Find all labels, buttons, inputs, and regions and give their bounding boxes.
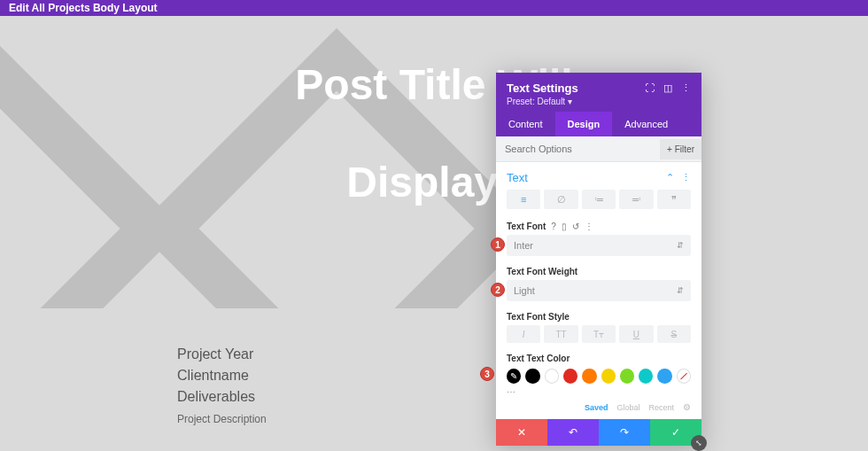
palette-tabs: Saved Global Recent ⚙ — [496, 400, 701, 419]
settings-panel: Text Settings ⛶ ◫ ⋮ Preset: Default ▾ Co… — [496, 73, 701, 446]
align-row: ≡ ∅ ≔ ≕ ❞ — [496, 190, 701, 216]
select-caret-icon: ⇵ — [677, 241, 684, 250]
hero: Post Title Will Display l — [0, 16, 868, 308]
tab-content[interactable]: Content — [496, 112, 555, 136]
search-row: +Filter — [496, 136, 701, 162]
expand-icon[interactable]: ⛶ — [645, 82, 655, 94]
top-bar: Edit All Projects Body Layout — [0, 0, 868, 16]
font-value: Inter — [514, 240, 533, 251]
callout-badge-2: 2 — [491, 283, 505, 297]
help-icon[interactable]: ? — [551, 222, 556, 231]
tab-advanced[interactable]: Advanced — [612, 112, 680, 136]
panel-header: Text Settings ⛶ ◫ ⋮ Preset: Default ▾ — [496, 73, 701, 112]
panel-title: Text Settings — [507, 82, 578, 95]
link-icon[interactable]: ∅ — [544, 190, 577, 209]
palette-more-icon[interactable]: ⋯ — [496, 387, 701, 400]
style-label: Text Font Style — [507, 312, 570, 322]
color-label: Text Text Color — [507, 354, 570, 363]
font-label-row: Text Font ? ▯ ↺ ⋮ — [496, 216, 701, 235]
more-icon[interactable]: ⋮ — [681, 82, 691, 94]
list-ul-icon[interactable]: ≔ — [582, 190, 616, 209]
select-caret-icon: ⇵ — [677, 286, 684, 295]
phone-icon[interactable]: ▯ — [562, 222, 567, 231]
section-header[interactable]: Text ⌃⋮ — [496, 162, 701, 190]
color-label-row: Text Text Color — [496, 348, 701, 367]
color-picker-button[interactable]: ✎ — [507, 369, 521, 384]
panel-footer: ✕ ↶ ↷ ✓ — [496, 419, 701, 446]
swatch-orange[interactable] — [582, 369, 596, 384]
quote-icon[interactable]: ❞ — [657, 190, 691, 209]
swatch-lime[interactable] — [620, 369, 634, 384]
swatch-blue[interactable] — [657, 369, 671, 384]
list-ol-icon[interactable]: ≕ — [619, 190, 653, 209]
color-row: 3 ✎ — [496, 367, 701, 387]
section-more-icon[interactable]: ⋮ — [681, 172, 691, 183]
chevron-down-icon: ▾ — [568, 97, 572, 106]
weight-value: Light — [514, 285, 535, 296]
underline-button[interactable]: U — [619, 325, 653, 343]
style-label-row: Text Font Style — [496, 307, 701, 325]
palette-saved[interactable]: Saved — [585, 403, 608, 412]
collapse-icon[interactable]: ⌃ — [666, 172, 674, 183]
uppercase-button[interactable]: TT — [544, 325, 577, 343]
tabs: Content Design Advanced — [496, 112, 701, 136]
align-left-icon[interactable]: ≡ — [507, 190, 540, 209]
resize-handle[interactable]: ⤡ — [691, 435, 707, 451]
preset-label[interactable]: Preset: Default — [507, 97, 565, 106]
callout-badge-3: 3 — [480, 367, 494, 381]
gear-icon[interactable]: ⚙ — [683, 402, 691, 412]
italic-button[interactable]: I — [507, 325, 540, 343]
font-more-icon[interactable]: ⋮ — [585, 222, 593, 231]
search-input[interactable] — [496, 136, 660, 161]
top-bar-title: Edit All Projects Body Layout — [9, 2, 158, 14]
section-name: Text — [507, 171, 528, 184]
style-row: I TT Tᴛ U S — [496, 325, 701, 348]
filter-button[interactable]: +Filter — [660, 139, 701, 159]
redo-button[interactable]: ↷ — [599, 419, 650, 446]
post-title-line1: Post Title Will — [0, 60, 868, 109]
smallcaps-button[interactable]: Tᴛ — [582, 325, 616, 343]
post-title-line2: Display l — [0, 158, 868, 206]
font-label: Text Font — [507, 222, 546, 231]
content-area: Project Year Clientname Deliverables Pro… — [0, 308, 868, 425]
swatch-none[interactable] — [677, 369, 691, 384]
palette-recent[interactable]: Recent — [648, 403, 674, 412]
close-button[interactable]: ✕ — [496, 419, 547, 446]
swatch-cyan[interactable] — [639, 369, 653, 384]
undo-button[interactable]: ↶ — [547, 419, 599, 446]
weight-label-row: Text Font Weight — [496, 261, 701, 280]
swatch-white[interactable] — [545, 369, 559, 384]
swatch-black[interactable] — [525, 369, 539, 384]
weight-label: Text Font Weight — [507, 267, 577, 276]
strikethrough-button[interactable]: S — [657, 325, 691, 343]
weight-select[interactable]: 2 Light ⇵ — [507, 280, 691, 301]
swatch-red[interactable] — [563, 369, 577, 384]
columns-icon[interactable]: ◫ — [663, 82, 672, 94]
palette-global[interactable]: Global — [616, 403, 639, 412]
swatch-yellow[interactable] — [601, 369, 616, 384]
callout-badge-1: 1 — [491, 237, 505, 252]
plus-icon: + — [667, 144, 672, 154]
reset-icon[interactable]: ↺ — [572, 222, 579, 231]
font-select[interactable]: 1 Inter ⇵ — [507, 235, 691, 256]
tab-design[interactable]: Design — [555, 112, 613, 136]
